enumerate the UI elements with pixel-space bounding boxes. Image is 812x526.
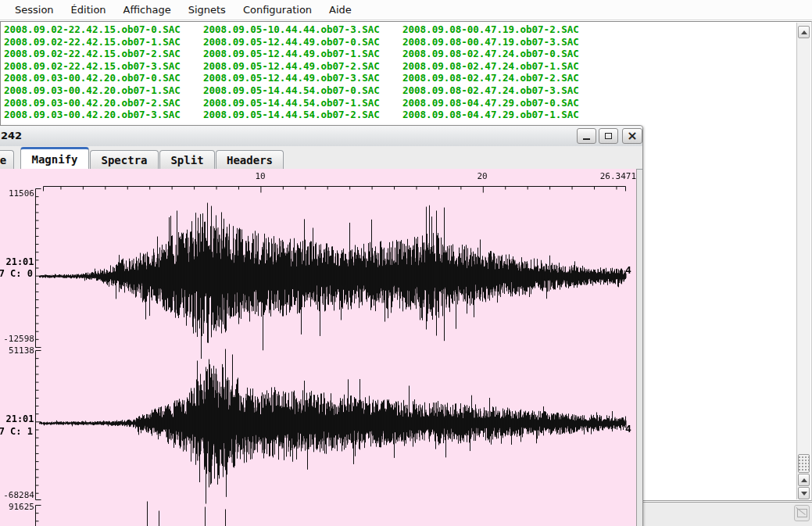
- file-item[interactable]: 2008.09.02-22.42.15.ob07-1.SAC: [4, 36, 203, 48]
- menu-item-3[interactable]: Affichage: [115, 2, 180, 18]
- file-item[interactable]: 2008.09.05-14.44.54.ob07-2.SAC: [203, 109, 402, 121]
- file-column-2: 2008.09.05-10.44.44.ob07-3.SAC2008.09.05…: [203, 23, 402, 121]
- minimize-icon: [583, 138, 590, 140]
- close-icon: ×: [627, 131, 637, 141]
- status-tool-button[interactable]: [794, 505, 810, 521]
- arrow-up-icon: [801, 478, 807, 482]
- file-item[interactable]: 2008.09.08-04.47.29.ob07-0.SAC: [402, 97, 602, 109]
- tab-bar: e Magnify Spectra Split Headers: [0, 146, 642, 170]
- trace1-right-label: 4: [625, 264, 631, 276]
- file-item[interactable]: 2008.09.03-00.42.20.ob07-1.SAC: [4, 84, 203, 97]
- tab-magnify[interactable]: Magnify: [20, 147, 89, 169]
- file-item[interactable]: 2008.09.08-02.47.24.ob07-1.SAC: [402, 60, 602, 73]
- file-item[interactable]: 2008.09.08-00.47.19.ob07-3.SAC: [402, 36, 602, 48]
- trace2-channel-label: 7 C: 1: [0, 426, 33, 437]
- menu-item-5[interactable]: Configuration: [234, 2, 320, 18]
- file-item[interactable]: 2008.09.03-00.42.20.ob07-2.SAC: [4, 97, 203, 109]
- file-column-1: 2008.09.02-22.42.15.ob07-0.SAC2008.09.02…: [4, 23, 203, 121]
- window-titlebar[interactable]: 242 ×: [0, 126, 642, 147]
- file-column-3: 2008.09.08-00.47.19.ob07-2.SAC2008.09.08…: [402, 23, 602, 121]
- tab-trace-partial[interactable]: e: [0, 150, 14, 169]
- tool-icon: [797, 509, 807, 517]
- file-item[interactable]: 2008.09.08-00.47.19.ob07-2.SAC: [402, 23, 602, 36]
- arrow-up-icon: [801, 30, 807, 34]
- file-item[interactable]: 2008.09.03-00.42.20.ob07-3.SAC: [4, 109, 203, 121]
- menu-item-1[interactable]: Session: [6, 2, 63, 18]
- amplitude-max-trace2: 51138: [0, 345, 34, 356]
- time-tick-label-10: 10: [254, 171, 266, 181]
- amplitude-max-trace3: 91625: [0, 502, 34, 512]
- tab-spectra[interactable]: Spectra: [90, 150, 159, 169]
- amplitude-max-trace1: 11506: [0, 188, 34, 199]
- window-title: 242: [1, 130, 22, 141]
- file-item[interactable]: 2008.09.02-22.42.15.ob07-3.SAC: [4, 60, 203, 73]
- file-list: 2008.09.02-22.42.15.ob07-0.SAC2008.09.02…: [4, 23, 602, 121]
- trace2-right-label: 4: [625, 423, 631, 435]
- trace1-channel-label: 7 C: 0: [0, 268, 33, 279]
- minimize-button[interactable]: [577, 128, 596, 144]
- file-item[interactable]: 2008.09.08-02.47.24.ob07-2.SAC: [402, 72, 602, 84]
- file-list-scrollbar[interactable]: [796, 23, 810, 499]
- arrow-down-icon: [801, 492, 807, 496]
- seismogram-plot[interactable]: 10 20 26.3471 11506 -12598 51138 -68284 …: [0, 169, 637, 526]
- trace1-time-label: 2 21:01: [0, 256, 33, 267]
- close-button[interactable]: ×: [622, 128, 642, 144]
- tab-headers[interactable]: Headers: [216, 150, 284, 169]
- waveform-canvas[interactable]: [0, 169, 637, 526]
- seismogram-window: 242 × e Magnify Spectra Split Headers 10…: [0, 125, 643, 526]
- file-item[interactable]: 2008.09.05-12.44.49.ob07-2.SAC: [203, 60, 402, 73]
- file-item[interactable]: 2008.09.05-12.44.49.ob07-1.SAC: [203, 48, 402, 60]
- file-item[interactable]: 2008.09.05-12.44.49.ob07-0.SAC: [203, 36, 402, 48]
- menu-item-4[interactable]: Signets: [180, 2, 234, 18]
- menu-item-2[interactable]: Édition: [63, 2, 115, 18]
- menu-bar: SessionÉditionAffichageSignetsConfigurat…: [0, 0, 812, 20]
- amplitude-min-trace1: -12598: [0, 334, 34, 344]
- menu-item-6[interactable]: Aide: [320, 2, 360, 18]
- tab-split[interactable]: Split: [159, 150, 215, 169]
- time-axis-end-label: 26.3471: [596, 171, 636, 181]
- file-item[interactable]: 2008.09.02-22.42.15.ob07-2.SAC: [4, 48, 203, 60]
- scroll-up-button[interactable]: [798, 26, 810, 38]
- file-item[interactable]: 2008.09.05-10.44.44.ob07-3.SAC: [203, 23, 402, 36]
- file-item[interactable]: 2008.09.08-02.47.24.ob07-0.SAC: [402, 48, 602, 60]
- trace2-time-label: 2 21:01: [0, 413, 33, 424]
- scroll-down-button[interactable]: [798, 487, 810, 499]
- file-item[interactable]: 2008.09.05-14.44.54.ob07-0.SAC: [203, 84, 402, 97]
- file-item[interactable]: 2008.09.02-22.42.15.ob07-0.SAC: [4, 23, 203, 36]
- file-item[interactable]: 2008.09.08-02.47.24.ob07-3.SAC: [402, 84, 602, 97]
- maximize-button[interactable]: [599, 128, 618, 144]
- file-item[interactable]: 2008.09.05-14.44.54.ob07-1.SAC: [203, 97, 402, 109]
- time-tick-label-20: 20: [476, 171, 488, 181]
- file-item[interactable]: 2008.09.03-00.42.20.ob07-0.SAC: [4, 72, 203, 84]
- scroll-up-button-bottom[interactable]: [798, 474, 810, 486]
- file-item[interactable]: 2008.09.05-12.44.49.ob07-3.SAC: [203, 72, 402, 84]
- amplitude-min-trace2: -68284: [0, 490, 34, 500]
- scrollbar-thumb[interactable]: [798, 454, 810, 473]
- maximize-icon: [605, 133, 612, 139]
- file-item[interactable]: 2008.09.08-04.47.29.ob07-1.SAC: [402, 109, 602, 121]
